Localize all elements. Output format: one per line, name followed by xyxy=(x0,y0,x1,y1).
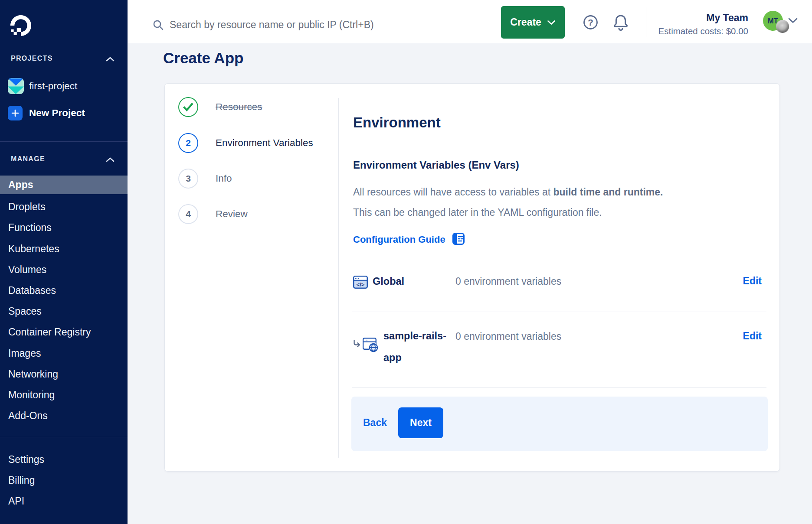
svg-text:?: ? xyxy=(588,17,593,27)
svg-text:</>: </> xyxy=(357,281,365,288)
